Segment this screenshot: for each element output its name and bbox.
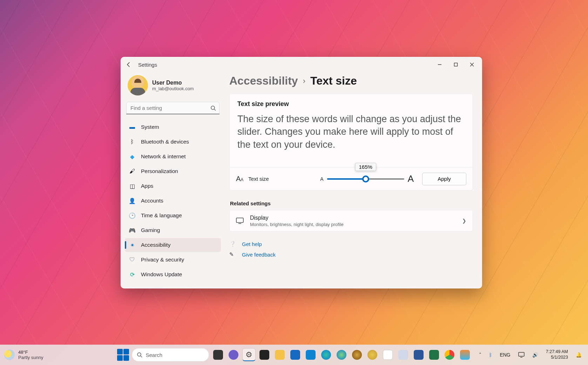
small-a-icon: A bbox=[320, 176, 323, 182]
word-button[interactable] bbox=[412, 349, 425, 361]
update-icon: ⟳ bbox=[128, 271, 136, 278]
text-size-card: Text size preview The size of these word… bbox=[229, 94, 473, 191]
settings-search[interactable] bbox=[126, 102, 219, 114]
nav-personalization[interactable]: 🖌Personalization bbox=[125, 164, 221, 178]
apps-icon: ◫ bbox=[128, 182, 136, 190]
task-view-button[interactable] bbox=[212, 349, 224, 361]
chrome-button[interactable] bbox=[443, 349, 456, 361]
folder-icon bbox=[275, 350, 285, 360]
help-icon: ❔ bbox=[229, 241, 236, 247]
get-help-link[interactable]: ❔ Get help bbox=[229, 241, 473, 247]
notifications-button[interactable]: 🔔 bbox=[574, 349, 584, 361]
weather-widget[interactable]: 48°F Partly sunny bbox=[4, 350, 43, 360]
settings-window: Settings User Demo m_lab@outlook.com bbox=[121, 57, 482, 288]
taskbar-search[interactable]: Search bbox=[132, 348, 209, 361]
give-feedback-link[interactable]: ✎ Give feedback bbox=[229, 251, 473, 258]
nav-time[interactable]: 🕑Time & language bbox=[125, 208, 221, 223]
display-subtitle: Monitors, brightness, night light, displ… bbox=[250, 222, 344, 227]
accounts-icon: 👤 bbox=[128, 197, 136, 205]
gear-icon: ⚙ bbox=[245, 350, 252, 359]
taskbar-center: Search ⚙ bbox=[117, 348, 471, 361]
settings-app-button[interactable]: ⚙ bbox=[243, 349, 255, 361]
text-size-row: AA Text size A 165% A Apply bbox=[230, 167, 473, 190]
svg-point-3 bbox=[137, 353, 141, 356]
nav-label: Apps bbox=[141, 183, 153, 189]
edge-dev-icon bbox=[352, 350, 362, 360]
bluetooth-icon: ᛒ bbox=[489, 352, 492, 358]
search-icon bbox=[210, 105, 216, 111]
edge-dev-button[interactable] bbox=[351, 349, 363, 361]
minimize-button[interactable] bbox=[432, 59, 448, 71]
help-label: Get help bbox=[242, 241, 262, 247]
nav-apps[interactable]: ◫Apps bbox=[125, 179, 221, 193]
content: Accessibility › Text size Text size prev… bbox=[225, 72, 482, 288]
privacy-icon: 🛡 bbox=[128, 256, 136, 264]
chevron-right-icon: ❯ bbox=[462, 218, 466, 224]
nav-system[interactable]: ▬System bbox=[125, 120, 221, 134]
nav-network[interactable]: ◆Network & internet bbox=[125, 150, 221, 164]
terminal-button[interactable] bbox=[258, 349, 271, 361]
app-button[interactable] bbox=[459, 349, 471, 361]
text-size-icon: AA bbox=[236, 175, 243, 183]
store-icon bbox=[306, 350, 316, 360]
breadcrumb-current: Text size bbox=[310, 74, 357, 87]
volume-button[interactable]: 🔊 bbox=[530, 349, 540, 361]
text-size-slider[interactable]: 165% bbox=[327, 178, 404, 180]
weather-icon bbox=[4, 350, 15, 360]
display-row[interactable]: Display Monitors, brightness, night ligh… bbox=[229, 210, 473, 232]
window-title: Settings bbox=[138, 62, 157, 68]
edge-button[interactable] bbox=[320, 349, 332, 361]
language-button[interactable]: ENG bbox=[498, 349, 512, 361]
nav-label: Gaming bbox=[141, 227, 160, 233]
taskbar-search-placeholder: Search bbox=[146, 352, 163, 358]
calendar-button[interactable] bbox=[381, 349, 394, 361]
sidebar: User Demo m_lab@outlook.com ▬System ᛒBlu… bbox=[121, 72, 225, 288]
tray-expand-button[interactable]: ˄ bbox=[477, 349, 484, 361]
related-title: Related settings bbox=[230, 200, 473, 206]
clock-time: 7:27:49 AM bbox=[546, 349, 568, 355]
slider-thumb[interactable] bbox=[362, 175, 369, 182]
maximize-button[interactable] bbox=[448, 59, 464, 71]
nav-bluetooth[interactable]: ᛒBluetooth & devices bbox=[125, 135, 221, 149]
close-button[interactable] bbox=[464, 59, 480, 71]
edge-canary-button[interactable] bbox=[366, 349, 379, 361]
nav-accessibility[interactable]: ✴Accessibility bbox=[125, 238, 221, 252]
user-email: m_lab@outlook.com bbox=[152, 86, 194, 91]
excel-button[interactable] bbox=[428, 349, 440, 361]
chat-button[interactable] bbox=[227, 349, 240, 361]
outlook-icon bbox=[290, 350, 300, 360]
desktop: Settings User Demo m_lab@outlook.com bbox=[0, 0, 588, 365]
breadcrumb-parent[interactable]: Accessibility bbox=[229, 74, 298, 87]
apply-button[interactable]: Apply bbox=[422, 173, 466, 185]
terminal-icon bbox=[259, 350, 269, 360]
slider-fill bbox=[327, 178, 366, 180]
nav-label: Accessibility bbox=[141, 242, 170, 248]
outlook-button[interactable] bbox=[289, 349, 302, 361]
nav-label: System bbox=[141, 124, 159, 130]
profile-block[interactable]: User Demo m_lab@outlook.com bbox=[125, 72, 221, 102]
weather-temp: 48°F bbox=[18, 350, 43, 355]
search-input[interactable] bbox=[126, 102, 219, 114]
clock-button[interactable]: 7:27:49 AM 5/1/2023 bbox=[544, 349, 570, 361]
network-tray-button[interactable] bbox=[516, 349, 527, 361]
nav-privacy[interactable]: 🛡Privacy & security bbox=[125, 253, 221, 267]
clock-date: 5/1/2023 bbox=[546, 355, 568, 360]
chevron-right-icon: › bbox=[303, 77, 305, 86]
chevron-up-icon: ˄ bbox=[479, 352, 481, 358]
start-button[interactable] bbox=[117, 349, 129, 361]
nav-accounts[interactable]: 👤Accounts bbox=[125, 194, 221, 208]
arrow-left-icon bbox=[126, 62, 131, 67]
notepad-button[interactable] bbox=[397, 349, 410, 361]
network-icon: ◆ bbox=[128, 153, 136, 160]
nav-update[interactable]: ⟳Windows Update bbox=[125, 267, 221, 281]
edge-beta-button[interactable] bbox=[335, 349, 348, 361]
bluetooth-tray-button[interactable]: ᛒ bbox=[487, 349, 494, 361]
system-icon: ▬ bbox=[128, 123, 136, 131]
nav-gaming[interactable]: 🎮Gaming bbox=[125, 223, 221, 237]
personalization-icon: 🖌 bbox=[128, 167, 136, 175]
store-button[interactable] bbox=[304, 349, 317, 361]
explorer-button[interactable] bbox=[273, 349, 286, 361]
back-button[interactable] bbox=[123, 59, 135, 71]
calendar-icon bbox=[383, 350, 393, 360]
nav-label: Network & internet bbox=[141, 153, 186, 160]
